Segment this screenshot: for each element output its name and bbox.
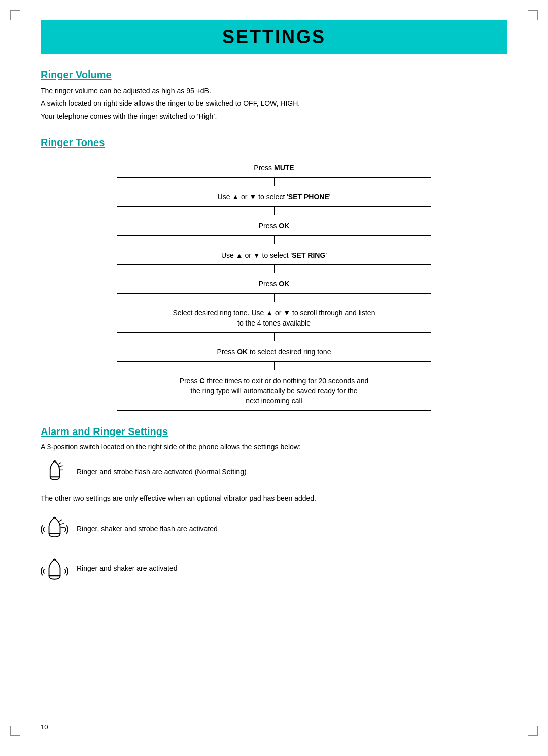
connector-7 <box>117 362 431 372</box>
page-number: 10 <box>41 723 48 731</box>
ring-only-icon <box>41 555 68 583</box>
connector-line-6 <box>274 333 275 341</box>
ring-only-icon-container <box>41 555 68 583</box>
bell-simple-icon <box>45 460 64 484</box>
flow-step-6: Select desired ring tone. Use ▲ or ▼ to … <box>117 304 431 332</box>
corner-mark-bl <box>10 726 20 736</box>
ringer-volume-line2: A switch located on right side allows th… <box>41 98 507 109</box>
connector-6 <box>117 333 431 343</box>
alarm-ringer-title: Alarm and Ringer Settings <box>41 426 507 438</box>
connector-line-1 <box>274 178 275 186</box>
alarm-setting-3-text: Ringer and shaker are activated <box>77 563 177 574</box>
ringer-volume-line3: Your telephone comes with the ringer swi… <box>41 111 507 122</box>
flow-step-5: Press OK <box>117 275 431 294</box>
flow-step-2: Use ▲ or ▼ to select 'SET PHONE' <box>117 188 431 207</box>
connector-line-2 <box>274 207 275 215</box>
connector-line-4 <box>274 265 275 273</box>
ringer-volume-section: Ringer Volume The ringer volume can be a… <box>41 69 507 122</box>
connector-3-cell <box>117 235 431 246</box>
flow-step-3-cell: Press OK <box>117 217 431 236</box>
flow-step-5-cell: Press OK <box>117 275 431 294</box>
bell-simple-icon-container <box>41 460 68 484</box>
flow-step-7: Press OK to select desired ring tone <box>117 343 431 362</box>
connector-4-cell <box>117 265 431 275</box>
flow-step-8: Press C three times to exit or do nothin… <box>117 372 431 410</box>
connector-1 <box>117 177 431 188</box>
connector-line-3 <box>274 236 275 244</box>
connector-6-cell <box>117 333 431 343</box>
connector-3 <box>117 235 431 246</box>
connector-5 <box>117 294 431 304</box>
ringer-tones-title: Ringer Tones <box>41 137 507 149</box>
alarm-setting-2-text: Ringer, shaker and strobe flash are acti… <box>77 524 218 534</box>
bell-vibrate-icon-container <box>41 514 68 545</box>
flow-step-1-cell: Press MUTE <box>117 159 431 178</box>
flow-step-2-cell: Use ▲ or ▼ to select 'SET PHONE' <box>117 188 431 207</box>
connector-1-cell <box>117 177 431 188</box>
alarm-setting-2: Ringer, shaker and strobe flash are acti… <box>41 514 507 545</box>
ringer-volume-title: Ringer Volume <box>41 69 507 81</box>
bell-vibrate-icon <box>41 514 68 545</box>
connector-line-5 <box>274 294 275 302</box>
flow-step-6-cell: Select desired ring tone. Use ▲ or ▼ to … <box>117 304 431 332</box>
other-settings-note: The other two settings are only effectiv… <box>41 494 507 502</box>
connector-5-cell <box>117 294 431 304</box>
alarm-setting-1: Ringer and strobe flash are activated (N… <box>41 460 507 484</box>
page-title: SETTINGS <box>51 26 497 48</box>
corner-mark-tl <box>10 10 20 20</box>
flow-step-4: Use ▲ or ▼ to select 'SET RING' <box>117 246 431 265</box>
connector-line-7 <box>274 362 275 370</box>
flow-step-4-cell: Use ▲ or ▼ to select 'SET RING' <box>117 246 431 265</box>
alarm-ringer-section: Alarm and Ringer Settings A 3-position s… <box>41 426 507 583</box>
connector-7-cell <box>117 362 431 372</box>
corner-mark-tr <box>528 10 538 20</box>
flow-chart: Press MUTE Use ▲ or ▼ to select 'SET PHO… <box>117 159 431 411</box>
page-header: SETTINGS <box>41 20 507 54</box>
connector-4 <box>117 265 431 275</box>
flow-step-1: Press MUTE <box>117 159 431 178</box>
connector-2 <box>117 206 431 217</box>
corner-mark-br <box>528 726 538 736</box>
alarm-setting-1-text: Ringer and strobe flash are activated (N… <box>77 466 247 477</box>
ringer-volume-line1: The ringer volume can be adjusted as hig… <box>41 86 507 96</box>
ringer-tones-section: Ringer Tones Press MUTE Use ▲ or ▼ to se… <box>41 137 507 411</box>
flow-step-7-cell: Press OK to select desired ring tone <box>117 343 431 362</box>
alarm-setting-3: Ringer and shaker are activated <box>41 555 507 583</box>
alarm-ringer-intro: A 3-position switch located on the right… <box>41 443 507 451</box>
flow-step-8-cell: Press C three times to exit or do nothin… <box>117 372 431 410</box>
connector-2-cell <box>117 206 431 217</box>
flow-step-3: Press OK <box>117 217 431 236</box>
